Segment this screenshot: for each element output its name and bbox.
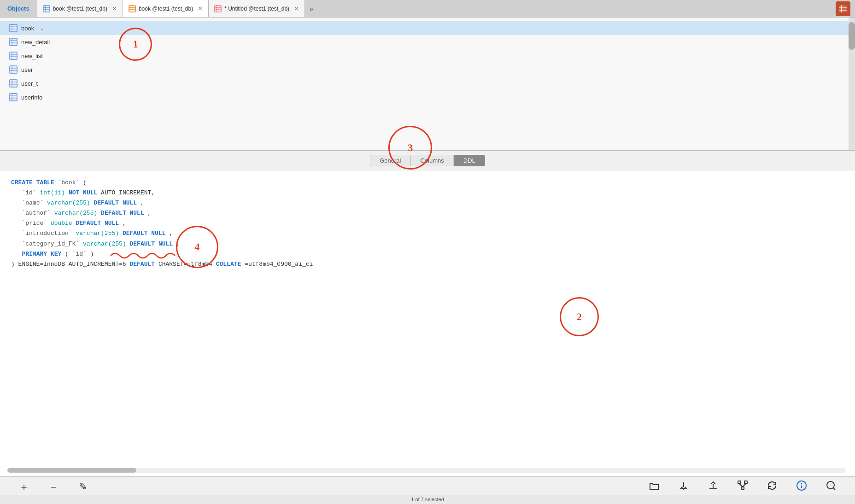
ddl-line-2: `id` int(11) NOT NULL AUTO_INCREMENT, xyxy=(11,188,844,198)
edit-icon: ✎ xyxy=(79,481,87,493)
ddl-code-area[interactable]: CREATE TABLE `book` ( `id` int(11) NOT N… xyxy=(0,170,855,476)
svg-rect-42 xyxy=(744,481,747,484)
svg-line-50 xyxy=(833,487,835,489)
svg-line-45 xyxy=(743,484,746,487)
tab-overflow[interactable]: » xyxy=(305,5,318,12)
objects-scrollbar[interactable] xyxy=(849,18,855,150)
import-icon xyxy=(678,480,689,494)
ddl-line-8: PRIMARY KEY ( `id` ) xyxy=(11,249,844,259)
svg-rect-43 xyxy=(741,487,744,490)
table-icon-userinfo xyxy=(9,93,18,101)
tab-objects[interactable]: Objects xyxy=(0,0,37,17)
table-icon-new-list xyxy=(9,52,18,60)
ddl-line-6: `introduction` varchar(255) DEFAULT NULL… xyxy=(11,229,844,239)
object-item-book[interactable]: book ⌄ xyxy=(0,21,855,35)
open-icon xyxy=(649,480,660,494)
add-icon: ＋ xyxy=(19,480,29,494)
status-bar: 1 of 7 selected xyxy=(0,495,855,504)
tab-untitled-icon xyxy=(214,5,222,12)
tab-columns[interactable]: Columns xyxy=(410,155,453,166)
object-item-user[interactable]: user xyxy=(0,63,855,76)
svg-rect-37 xyxy=(10,94,17,101)
object-name-user: user xyxy=(21,66,33,73)
status-text: 1 of 7 selected xyxy=(411,497,444,502)
svg-rect-4 xyxy=(129,5,135,12)
svg-rect-25 xyxy=(10,52,17,59)
ddl-hscrollbar[interactable] xyxy=(7,468,846,473)
object-item-new-detail[interactable]: new_detail xyxy=(0,35,855,49)
table-icon-new-detail xyxy=(9,38,18,46)
ddl-hscrollbar-thumb[interactable] xyxy=(7,468,136,473)
remove-icon: － xyxy=(48,480,59,494)
more-info-icon xyxy=(796,480,807,494)
ddl-line-3: `name` varchar(255) DEFAULT NULL , xyxy=(11,198,844,208)
object-name-userinfo: userinfo xyxy=(21,94,42,101)
tab-objects-label: Objects xyxy=(7,5,29,12)
book-chevron: ⌄ xyxy=(40,25,44,31)
tab-ddl[interactable]: DDL xyxy=(454,155,485,166)
tab-untitled[interactable]: * Untitled @test1 (test_db) ✕ xyxy=(209,0,305,17)
app-icon xyxy=(836,1,850,16)
object-item-user-t[interactable]: user_t xyxy=(0,76,855,90)
tab-bar: Objects book @test1 (test_db) ✕ book @te… xyxy=(0,0,855,18)
object-name-book: book xyxy=(21,25,34,32)
tab-book-1[interactable]: book @test1 (test_db) ✕ xyxy=(37,0,123,17)
refresh-icon xyxy=(767,480,778,494)
svg-rect-8 xyxy=(215,5,221,12)
ddl-line-9: ) ENGINE=InnoDB AUTO_INCREMENT=6 DEFAULT… xyxy=(11,259,844,270)
ddl-tab-bar: General Columns DDL xyxy=(0,151,855,170)
ddl-line-4: `author` varchar(255) DEFAULT NULL , xyxy=(11,208,844,218)
tab-book-1-label: book @test1 (test_db) xyxy=(53,6,107,12)
tab-book-1-close[interactable]: ✕ xyxy=(112,6,117,12)
svg-point-49 xyxy=(827,481,834,489)
tab-book-2-icon xyxy=(129,5,136,12)
svg-line-44 xyxy=(739,484,743,487)
object-name-new-detail: new_detail xyxy=(21,39,50,46)
search-icon xyxy=(826,480,837,494)
table-icon-user xyxy=(9,65,18,74)
svg-rect-29 xyxy=(10,66,17,73)
svg-rect-21 xyxy=(10,38,17,46)
objects-list: book ⌄ new_detail new_list user xyxy=(0,18,855,108)
object-item-userinfo[interactable]: userinfo xyxy=(0,90,855,104)
diagram-icon xyxy=(737,480,748,494)
svg-rect-0 xyxy=(43,5,50,12)
svg-rect-17 xyxy=(10,24,17,32)
tab-book-2-label: book @test1 (test_db) xyxy=(139,6,193,12)
tab-general[interactable]: General xyxy=(370,155,410,166)
export-icon xyxy=(708,480,719,494)
tab-book-2[interactable]: book @test1 (test_db) ✕ xyxy=(123,0,209,17)
object-item-new-list[interactable]: new_list xyxy=(0,49,855,63)
tab-book-2-close[interactable]: ✕ xyxy=(198,6,203,12)
ddl-panel: General Columns DDL CREATE TABLE `book` … xyxy=(0,151,855,476)
ddl-line-5: `price` double DEFAULT NULL , xyxy=(11,218,844,229)
main-area: book ⌄ new_detail new_list user xyxy=(0,18,855,476)
object-name-user-t: user_t xyxy=(21,80,38,87)
object-name-new-list: new_list xyxy=(21,53,43,59)
table-icon-user-t xyxy=(9,79,18,88)
tab-untitled-close[interactable]: ✕ xyxy=(294,6,299,12)
svg-rect-41 xyxy=(738,481,741,484)
ddl-line-7: `category_id_FK` varchar(255) DEFAULT NU… xyxy=(11,239,844,249)
ddl-line-1: CREATE TABLE `book` ( xyxy=(11,178,844,188)
objects-panel: book ⌄ new_detail new_list user xyxy=(0,18,855,151)
svg-rect-33 xyxy=(10,80,17,87)
table-icon-book xyxy=(9,24,18,32)
svg-rect-13 xyxy=(839,5,847,12)
tab-book-1-icon xyxy=(43,5,50,12)
objects-scrollbar-thumb[interactable] xyxy=(849,22,855,50)
tab-untitled-label: * Untitled @test1 (test_db) xyxy=(224,6,289,12)
